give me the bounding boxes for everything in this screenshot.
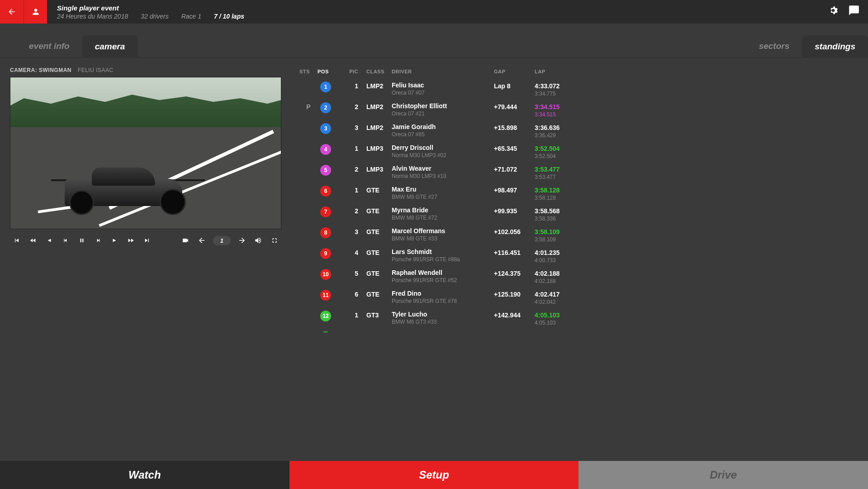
- standings-row[interactable]: 13 2 GT3 Josef Darrin BMW M6 GT3 #01 +14…: [299, 329, 856, 332]
- prev-car-button[interactable]: [197, 235, 207, 245]
- row-sts: [299, 123, 318, 124]
- row-lap-cell: 3:36.636 3:36.429: [535, 123, 575, 139]
- standings-row[interactable]: 6 1 GTE Max Eru BMW M8 GTE #27 +98.497 3…: [299, 183, 856, 204]
- standings-row[interactable]: 4 1 LMP3 Derry Driscoll Norma M30 LMP3 #…: [299, 141, 856, 162]
- row-gap: +15.898: [494, 123, 535, 131]
- row-class: GTE: [358, 269, 385, 277]
- row-lap-cell: 4:05.103 4:05.103: [535, 311, 575, 326]
- play-button[interactable]: [109, 235, 119, 245]
- driver-count: 32 drivers: [141, 13, 168, 20]
- row-class: GT3: [358, 331, 385, 332]
- row-pic: 2: [338, 206, 358, 215]
- position-badge: 2: [320, 102, 331, 113]
- row-driver-cell: Raphael Wendell Porsche 991RSR GTE #52: [385, 269, 494, 283]
- next-car-button[interactable]: [237, 235, 247, 245]
- header-class: CLASS: [358, 69, 385, 74]
- standings-row[interactable]: 10 5 GTE Raphael Wendell Porsche 991RSR …: [299, 266, 856, 287]
- step-forward-button[interactable]: [93, 235, 103, 245]
- standings-row[interactable]: 8 3 GTE Marcel Offermans BMW M8 GTE #33 …: [299, 225, 856, 245]
- camera-button[interactable]: [180, 235, 190, 245]
- row-class: LMP3: [358, 144, 385, 152]
- standings-row[interactable]: 1 1 LMP2 Feliu Isaac Oreca 07 #07 Lap 8 …: [299, 79, 856, 100]
- row-class: GTE: [358, 186, 385, 194]
- pause-button[interactable]: [77, 235, 87, 245]
- gear-icon[interactable]: [827, 5, 839, 16]
- driver-name: Myrna Bride: [392, 206, 494, 214]
- lap-best: 4:02.042: [535, 299, 575, 305]
- row-lap-cell: 3:52.504 3:52.504: [535, 144, 575, 159]
- skip-start-button[interactable]: [12, 235, 22, 245]
- lap-time: 3:53.477: [535, 166, 575, 173]
- top-right-controls: [827, 5, 860, 16]
- standings-row[interactable]: 7 2 GTE Myrna Bride BMW M8 GTE #72 +99.9…: [299, 204, 856, 225]
- row-pic: 2: [338, 102, 358, 110]
- position-badge: 1: [320, 82, 331, 92]
- row-pic: 1: [338, 311, 358, 319]
- track-name: 24 Heures du Mans 2018: [57, 13, 128, 20]
- lap-best: 3:36.429: [535, 132, 575, 139]
- car-name: Oreca 07 #85: [392, 131, 494, 138]
- subtitle-row: 24 Heures du Mans 2018 32 drivers Race 1…: [57, 13, 244, 20]
- row-pos-wrap: 8: [318, 227, 338, 238]
- row-pos-wrap: 1: [318, 82, 338, 92]
- row-gap: +116.451: [494, 248, 535, 256]
- standings-row[interactable]: P 2 2 LMP2 Christopher Elliott Oreca 07 …: [299, 100, 856, 120]
- camera-mode: CAMERA: SWINGMAN: [10, 67, 71, 73]
- car-name: Oreca 07 #07: [392, 90, 494, 96]
- row-gap: +124.375: [494, 269, 535, 277]
- nav-watch[interactable]: Watch: [0, 461, 289, 489]
- row-driver-cell: Fred Dino Porsche 991RSR GTE #78: [385, 290, 494, 304]
- tab-camera[interactable]: camera: [82, 35, 138, 58]
- standings-panel: STS POS PIC CLASS DRIVER GAP LAP 1 1 LMP…: [299, 67, 856, 375]
- fullscreen-button[interactable]: [270, 235, 280, 245]
- row-class: LMP2: [358, 123, 385, 131]
- row-sts: [299, 248, 318, 249]
- standings-body[interactable]: 1 1 LMP2 Feliu Isaac Oreca 07 #07 Lap 8 …: [299, 79, 856, 332]
- standings-row[interactable]: 9 4 GTE Lars Schmidt Porsche 991RSR GTE …: [299, 245, 856, 266]
- standings-row[interactable]: 11 6 GTE Fred Dino Porsche 991RSR GTE #7…: [299, 287, 856, 308]
- row-sts: [299, 311, 318, 312]
- row-driver-cell: Marcel Offermans BMW M8 GTE #33: [385, 227, 494, 242]
- nav-setup[interactable]: Setup: [289, 461, 579, 489]
- row-class: LMP3: [358, 165, 385, 173]
- row-lap-cell: 4:02.188 4:02.188: [535, 269, 575, 284]
- row-class: GT3: [358, 311, 385, 319]
- lap-best: 3:34.515: [535, 111, 575, 118]
- camera-driver: FELIU ISAAC: [78, 67, 114, 73]
- player-button[interactable]: [24, 0, 47, 24]
- back-arrow-icon: [7, 7, 16, 16]
- rewind-button[interactable]: [28, 235, 38, 245]
- car-name: BMW M8 GTE #72: [392, 215, 494, 221]
- lap-time: 3:58.109: [535, 228, 575, 235]
- lap-best: 4:00.733: [535, 257, 575, 264]
- lap-time: 3:36.636: [535, 124, 575, 131]
- car-name: Oreca 07 #21: [392, 110, 494, 117]
- position-badge: 7: [320, 206, 331, 217]
- back-button[interactable]: [0, 0, 24, 24]
- skip-end-button[interactable]: [142, 235, 152, 245]
- driver-name: Raphael Wendell: [392, 269, 494, 276]
- tab-standings[interactable]: standings: [802, 35, 868, 58]
- nav-drive[interactable]: Drive: [579, 461, 868, 489]
- row-class: GTE: [358, 206, 385, 215]
- standings-row[interactable]: 3 3 LMP2 Jamie Goraidh Oreca 07 #85 +15.…: [299, 120, 856, 141]
- tab-event-info[interactable]: event info: [16, 35, 82, 58]
- header-pic: PIC: [338, 69, 358, 74]
- car-name: Porsche 991RSR GTE #78: [392, 298, 494, 304]
- fast-forward-button[interactable]: [126, 235, 136, 245]
- standings-row[interactable]: 5 2 LMP3 Alvin Weaver Norma M30 LMP3 #10…: [299, 162, 856, 183]
- tab-sectors[interactable]: sectors: [746, 35, 802, 58]
- play-back-button[interactable]: [44, 235, 54, 245]
- chat-icon[interactable]: [848, 5, 860, 16]
- volume-button[interactable]: [253, 235, 263, 245]
- car-index: 1: [213, 236, 231, 245]
- row-pic: 1: [338, 186, 358, 194]
- step-back-button[interactable]: [61, 235, 71, 245]
- person-icon: [31, 7, 40, 16]
- camera-viewport[interactable]: [10, 77, 281, 229]
- row-sts: [299, 290, 318, 291]
- standings-row[interactable]: 12 1 GT3 Tyler Lucho BMW M6 GT3 #33 +142…: [299, 308, 856, 329]
- car-name: BMW M8 GTE #27: [392, 194, 494, 200]
- row-driver-cell: Jamie Goraidh Oreca 07 #85: [385, 123, 494, 138]
- position-badge: 6: [320, 186, 331, 197]
